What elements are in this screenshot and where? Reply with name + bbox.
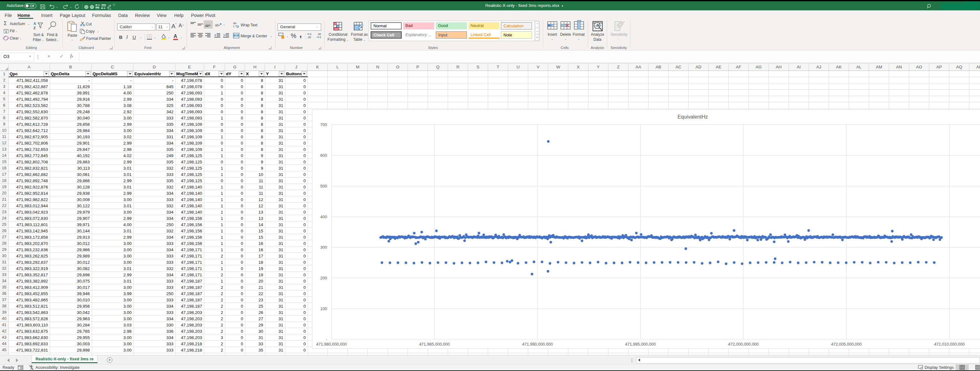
svg-text:700: 700 — [320, 122, 327, 127]
svg-text:472,010,000,000: 472,010,000,000 — [934, 342, 965, 347]
svg-text:A: A — [33, 22, 36, 26]
svg-text:0: 0 — [320, 36, 321, 38]
svg-text:c: c — [233, 24, 235, 27]
svg-text:600: 600 — [320, 153, 327, 158]
svg-text:471,990,000,000: 471,990,000,000 — [522, 342, 553, 347]
svg-text:300: 300 — [320, 245, 327, 249]
svg-text:-: - — [326, 337, 327, 342]
svg-text:472,000,000,000: 472,000,000,000 — [728, 342, 759, 347]
svg-text:471,980,000,000: 471,980,000,000 — [316, 342, 347, 347]
svg-text:472,005,000,000: 472,005,000,000 — [831, 342, 862, 347]
svg-text:471,995,000,000: 471,995,000,000 — [625, 342, 656, 347]
svg-text:.00: .00 — [317, 33, 321, 36]
svg-text:EquivalentHz: EquivalentHz — [677, 114, 708, 120]
svg-text:0: 0 — [310, 33, 312, 36]
svg-text:200: 200 — [320, 276, 327, 280]
svg-text:471,985,000,000: 471,985,000,000 — [419, 342, 450, 347]
svg-text:Z: Z — [33, 26, 36, 30]
svg-text:100: 100 — [320, 306, 327, 311]
svg-text:ab: ab — [215, 23, 219, 27]
svg-text:400: 400 — [320, 214, 327, 219]
svg-text:.00: .00 — [307, 36, 311, 38]
svg-text:500: 500 — [320, 184, 327, 189]
